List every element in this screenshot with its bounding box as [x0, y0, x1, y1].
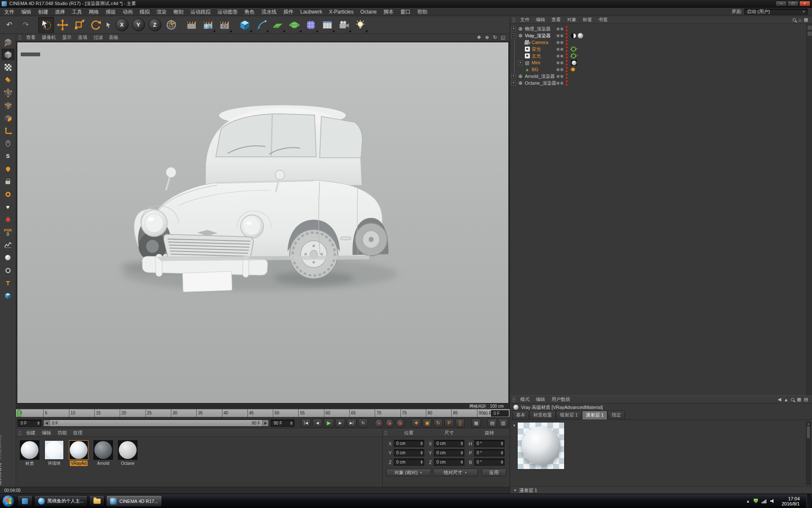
coordinate-system-button[interactable] [163, 17, 179, 33]
quick-launch-button[interactable] [17, 495, 33, 507]
om-menu-file[interactable]: 文件 [517, 17, 532, 23]
record-rotation-toggle[interactable]: ↻ [433, 419, 443, 428]
orbit-view-icon[interactable]: ↻ [492, 35, 498, 40]
layer-toggle[interactable] [557, 68, 560, 71]
pan-view-icon[interactable]: ✥ [476, 35, 482, 40]
editor-visibility-dot[interactable] [565, 46, 568, 49]
toggle-view-icon[interactable]: ◱ [500, 35, 506, 40]
rotation-b-field[interactable]: 0 ° [474, 458, 505, 466]
object-name[interactable]: Octane_渲染器 [525, 80, 557, 86]
object-row-arnold-renderer[interactable]: + ⊕ Arnold_渲染器 [510, 73, 807, 80]
search-icon[interactable] [791, 398, 794, 401]
render-visibility-dot[interactable] [565, 29, 568, 32]
add-deformer-button[interactable] [303, 17, 319, 33]
menu-item-plugins[interactable]: 插件 [280, 8, 297, 16]
layer-toggle[interactable] [557, 48, 560, 51]
viewport-menu-cameras[interactable]: 摄像机 [39, 34, 59, 41]
render-visibility-dot[interactable] [565, 83, 568, 86]
end-frame-field[interactable]: 90 F [271, 420, 294, 427]
editor-visibility-dot[interactable] [565, 66, 568, 69]
om-menu-edit[interactable]: 编辑 [533, 17, 548, 23]
enable-toggle[interactable] [560, 75, 563, 78]
texture-tag-icon[interactable] [571, 60, 577, 66]
menu-item-file[interactable]: 文件 [1, 8, 18, 16]
frame-spinner[interactable] [37, 421, 40, 425]
texture-mode-button[interactable] [2, 61, 14, 73]
menu-item-octane[interactable]: Octane [357, 8, 380, 16]
material-menu-texture[interactable]: 纹理 [70, 430, 85, 436]
panel-grip[interactable] [512, 17, 516, 22]
undo-button[interactable]: ↶ [1, 17, 17, 33]
tray-expand-icon[interactable]: ▲ [746, 499, 750, 503]
edges-mode-button[interactable] [2, 99, 14, 111]
layer-toggle[interactable] [557, 75, 560, 78]
add-floor-button[interactable] [270, 17, 286, 33]
workplane-mode-button[interactable] [2, 74, 14, 86]
ring-tool-button[interactable] [2, 188, 14, 200]
taskbar-item-cinema4d[interactable]: CINEMA 4D R17... [106, 495, 162, 507]
object-name[interactable]: Mini [532, 60, 540, 65]
expand-toggle[interactable]: + [511, 81, 516, 86]
object-row-physical-renderer[interactable]: + ⊕ 物理_渲染器 [510, 25, 807, 32]
viewport-solo-button[interactable] [2, 138, 14, 149]
render-visibility-dot[interactable] [565, 63, 568, 66]
add-spline-button[interactable] [253, 17, 269, 33]
action-center-icon[interactable] [754, 499, 758, 503]
range-left-arrow[interactable]: ◀ [44, 420, 49, 426]
enable-toggle[interactable] [560, 41, 563, 44]
expand-toggle[interactable]: + [511, 27, 516, 31]
layer-toggle[interactable] [557, 61, 560, 64]
menu-item-pipeline[interactable]: 流水线 [258, 8, 280, 16]
enable-toggle[interactable] [560, 61, 563, 64]
expand-toggle[interactable]: + [518, 61, 523, 65]
home-icon[interactable]: ⌂ [798, 17, 801, 22]
object-row-key-light[interactable]: 主光 ✓✓ [510, 52, 807, 59]
object-name[interactable]: 物理_渲染器 [525, 26, 551, 32]
add-environment-button[interactable] [286, 17, 302, 33]
minimize-button[interactable]: – [776, 1, 787, 6]
maximize-button[interactable]: □ [787, 1, 798, 6]
interface-select[interactable]: 启动 (用户) ▼ [744, 8, 808, 15]
position-y-field[interactable]: 0 cm [394, 449, 424, 456]
rotation-p-field[interactable]: 0 ° [474, 449, 505, 456]
scale-tool-button[interactable] [71, 17, 87, 33]
timeline-ruler[interactable]: 051015202530354045505560657075808590 90 … [16, 409, 510, 417]
coordinate-mode-select[interactable]: 对象 (相对)▼ [386, 469, 431, 476]
expand-toggle[interactable]: + [511, 74, 516, 79]
attr-menu-edit[interactable]: 编辑 [533, 396, 548, 403]
record-options-button[interactable]: ◉ [396, 419, 405, 428]
object-name[interactable]: 主光 [532, 53, 541, 59]
mini-car-model[interactable] [17, 42, 508, 403]
editor-visibility-dot[interactable] [565, 60, 568, 62]
object-row-camera[interactable]: Camera [510, 39, 807, 46]
live-selection-button[interactable] [38, 17, 54, 33]
pin-tool-button[interactable] [2, 214, 14, 225]
timeline-playhead[interactable] [17, 410, 21, 417]
add-mograph-button[interactable] [319, 17, 335, 33]
menu-item-script[interactable]: 脚本 [380, 8, 397, 16]
target-tag-icon[interactable] [571, 47, 576, 52]
menu-item-help[interactable]: 帮助 [414, 8, 431, 16]
viewport-menu-view[interactable]: 查看 [23, 34, 38, 41]
record-keyframe-button[interactable]: ● [375, 419, 384, 428]
size-z-field[interactable]: 0 cm [434, 458, 464, 466]
display-tag-icon[interactable] [571, 33, 576, 39]
menu-item-snap[interactable]: 捕捉 [102, 8, 119, 16]
favorites-button[interactable]: ♥ [2, 201, 14, 213]
enable-toggle[interactable] [560, 28, 563, 30]
panel-grip[interactable] [512, 397, 516, 402]
fcurve-mode-button[interactable]: ▥ [499, 419, 508, 428]
menu-item-mesh[interactable]: 网格 [85, 8, 102, 16]
record-parameter-toggle[interactable]: P [444, 419, 454, 428]
target-tag-icon[interactable] [571, 53, 576, 58]
sphere-tool-button[interactable] [2, 252, 14, 263]
material-item-arnold[interactable]: Arnold [93, 440, 113, 483]
menu-item-animate[interactable]: 动画 [119, 8, 136, 16]
menu-item-mograph[interactable]: 运动图形 [214, 8, 241, 16]
attr-menu-mode[interactable]: 模式 [517, 396, 532, 403]
start-button[interactable] [2, 495, 14, 507]
search-icon[interactable] [793, 18, 796, 22]
preview-range-thumb[interactable]: 0 F 90 F [49, 420, 263, 426]
menu-item-tools[interactable]: 工具 [69, 8, 85, 16]
object-name[interactable]: Arnold_渲染器 [525, 73, 555, 80]
